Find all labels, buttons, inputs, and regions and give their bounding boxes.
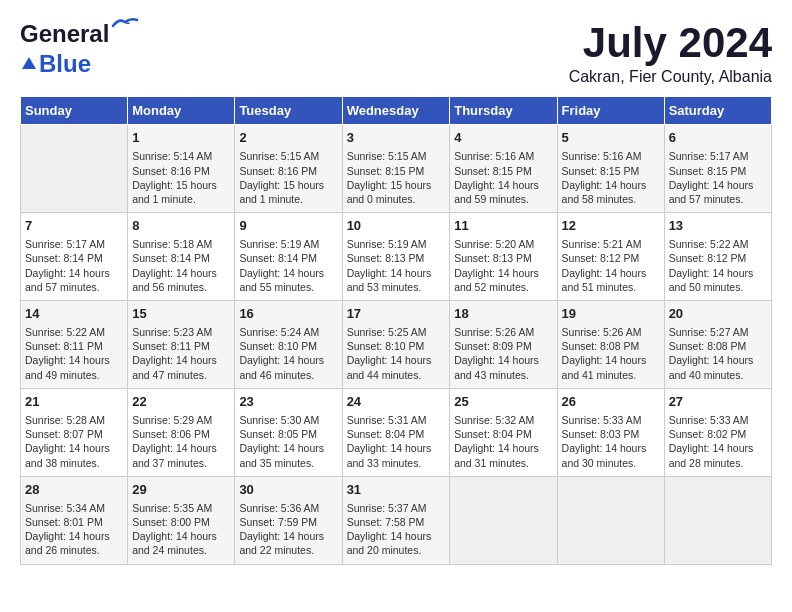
calendar-cell: 10Sunrise: 5:19 AM Sunset: 8:13 PM Dayli… — [342, 213, 450, 301]
calendar-cell: 24Sunrise: 5:31 AM Sunset: 8:04 PM Dayli… — [342, 388, 450, 476]
title-block: July 2024 Cakran, Fier County, Albania — [569, 20, 772, 86]
day-content: Sunrise: 5:21 AM Sunset: 8:12 PM Dayligh… — [562, 237, 660, 294]
calendar-cell — [21, 125, 128, 213]
day-content: Sunrise: 5:30 AM Sunset: 8:05 PM Dayligh… — [239, 413, 337, 470]
day-number: 3 — [347, 129, 446, 147]
calendar-cell: 2Sunrise: 5:15 AM Sunset: 8:16 PM Daylig… — [235, 125, 342, 213]
calendar-header-row: SundayMondayTuesdayWednesdayThursdayFrid… — [21, 97, 772, 125]
calendar-table: SundayMondayTuesdayWednesdayThursdayFrid… — [20, 96, 772, 564]
calendar-cell: 17Sunrise: 5:25 AM Sunset: 8:10 PM Dayli… — [342, 300, 450, 388]
calendar-cell: 31Sunrise: 5:37 AM Sunset: 7:58 PM Dayli… — [342, 476, 450, 564]
day-number: 1 — [132, 129, 230, 147]
day-number: 20 — [669, 305, 767, 323]
calendar-cell: 4Sunrise: 5:16 AM Sunset: 8:15 PM Daylig… — [450, 125, 557, 213]
day-number: 6 — [669, 129, 767, 147]
day-content: Sunrise: 5:22 AM Sunset: 8:12 PM Dayligh… — [669, 237, 767, 294]
calendar-cell: 28Sunrise: 5:34 AM Sunset: 8:01 PM Dayli… — [21, 476, 128, 564]
calendar-cell: 22Sunrise: 5:29 AM Sunset: 8:06 PM Dayli… — [128, 388, 235, 476]
calendar-cell: 27Sunrise: 5:33 AM Sunset: 8:02 PM Dayli… — [664, 388, 771, 476]
day-content: Sunrise: 5:33 AM Sunset: 8:03 PM Dayligh… — [562, 413, 660, 470]
calendar-cell: 23Sunrise: 5:30 AM Sunset: 8:05 PM Dayli… — [235, 388, 342, 476]
calendar-cell: 7Sunrise: 5:17 AM Sunset: 8:14 PM Daylig… — [21, 213, 128, 301]
calendar-cell — [557, 476, 664, 564]
day-number: 4 — [454, 129, 552, 147]
day-content: Sunrise: 5:31 AM Sunset: 8:04 PM Dayligh… — [347, 413, 446, 470]
day-content: Sunrise: 5:25 AM Sunset: 8:10 PM Dayligh… — [347, 325, 446, 382]
calendar-cell — [450, 476, 557, 564]
day-content: Sunrise: 5:29 AM Sunset: 8:06 PM Dayligh… — [132, 413, 230, 470]
calendar-cell — [664, 476, 771, 564]
logo-general: General — [20, 20, 109, 47]
day-content: Sunrise: 5:22 AM Sunset: 8:11 PM Dayligh… — [25, 325, 123, 382]
day-content: Sunrise: 5:20 AM Sunset: 8:13 PM Dayligh… — [454, 237, 552, 294]
day-content: Sunrise: 5:19 AM Sunset: 8:14 PM Dayligh… — [239, 237, 337, 294]
calendar-cell: 1Sunrise: 5:14 AM Sunset: 8:16 PM Daylig… — [128, 125, 235, 213]
calendar-cell: 20Sunrise: 5:27 AM Sunset: 8:08 PM Dayli… — [664, 300, 771, 388]
day-content: Sunrise: 5:35 AM Sunset: 8:00 PM Dayligh… — [132, 501, 230, 558]
day-content: Sunrise: 5:36 AM Sunset: 7:59 PM Dayligh… — [239, 501, 337, 558]
day-number: 31 — [347, 481, 446, 499]
day-number: 17 — [347, 305, 446, 323]
day-content: Sunrise: 5:17 AM Sunset: 8:14 PM Dayligh… — [25, 237, 123, 294]
day-number: 5 — [562, 129, 660, 147]
month-title: July 2024 — [569, 20, 772, 66]
logo-icon — [20, 55, 38, 73]
calendar-cell: 18Sunrise: 5:26 AM Sunset: 8:09 PM Dayli… — [450, 300, 557, 388]
day-number: 22 — [132, 393, 230, 411]
col-header-tuesday: Tuesday — [235, 97, 342, 125]
col-header-thursday: Thursday — [450, 97, 557, 125]
calendar-cell: 29Sunrise: 5:35 AM Sunset: 8:00 PM Dayli… — [128, 476, 235, 564]
calendar-cell: 13Sunrise: 5:22 AM Sunset: 8:12 PM Dayli… — [664, 213, 771, 301]
day-content: Sunrise: 5:15 AM Sunset: 8:16 PM Dayligh… — [239, 149, 337, 206]
svg-marker-0 — [22, 57, 36, 69]
calendar-week-3: 14Sunrise: 5:22 AM Sunset: 8:11 PM Dayli… — [21, 300, 772, 388]
day-content: Sunrise: 5:16 AM Sunset: 8:15 PM Dayligh… — [562, 149, 660, 206]
day-number: 10 — [347, 217, 446, 235]
day-content: Sunrise: 5:28 AM Sunset: 8:07 PM Dayligh… — [25, 413, 123, 470]
location: Cakran, Fier County, Albania — [569, 68, 772, 86]
logo-bird-icon — [111, 16, 139, 32]
calendar-cell: 5Sunrise: 5:16 AM Sunset: 8:15 PM Daylig… — [557, 125, 664, 213]
day-number: 23 — [239, 393, 337, 411]
day-content: Sunrise: 5:32 AM Sunset: 8:04 PM Dayligh… — [454, 413, 552, 470]
day-number: 9 — [239, 217, 337, 235]
col-header-friday: Friday — [557, 97, 664, 125]
day-number: 24 — [347, 393, 446, 411]
calendar-cell: 6Sunrise: 5:17 AM Sunset: 8:15 PM Daylig… — [664, 125, 771, 213]
day-content: Sunrise: 5:17 AM Sunset: 8:15 PM Dayligh… — [669, 149, 767, 206]
day-number: 12 — [562, 217, 660, 235]
calendar-cell: 11Sunrise: 5:20 AM Sunset: 8:13 PM Dayli… — [450, 213, 557, 301]
day-number: 7 — [25, 217, 123, 235]
calendar-cell: 16Sunrise: 5:24 AM Sunset: 8:10 PM Dayli… — [235, 300, 342, 388]
day-number: 8 — [132, 217, 230, 235]
day-content: Sunrise: 5:19 AM Sunset: 8:13 PM Dayligh… — [347, 237, 446, 294]
day-number: 27 — [669, 393, 767, 411]
day-content: Sunrise: 5:37 AM Sunset: 7:58 PM Dayligh… — [347, 501, 446, 558]
col-header-monday: Monday — [128, 97, 235, 125]
calendar-week-5: 28Sunrise: 5:34 AM Sunset: 8:01 PM Dayli… — [21, 476, 772, 564]
calendar-cell: 26Sunrise: 5:33 AM Sunset: 8:03 PM Dayli… — [557, 388, 664, 476]
day-number: 25 — [454, 393, 552, 411]
page-header: General Blue July 2024 Cakran, Fier Coun… — [20, 20, 772, 86]
day-number: 16 — [239, 305, 337, 323]
day-content: Sunrise: 5:18 AM Sunset: 8:14 PM Dayligh… — [132, 237, 230, 294]
day-number: 13 — [669, 217, 767, 235]
day-content: Sunrise: 5:23 AM Sunset: 8:11 PM Dayligh… — [132, 325, 230, 382]
day-number: 26 — [562, 393, 660, 411]
logo-blue: Blue — [39, 50, 91, 78]
calendar-cell: 14Sunrise: 5:22 AM Sunset: 8:11 PM Dayli… — [21, 300, 128, 388]
logo: General Blue — [20, 20, 109, 78]
day-content: Sunrise: 5:26 AM Sunset: 8:08 PM Dayligh… — [562, 325, 660, 382]
calendar-cell: 12Sunrise: 5:21 AM Sunset: 8:12 PM Dayli… — [557, 213, 664, 301]
day-content: Sunrise: 5:24 AM Sunset: 8:10 PM Dayligh… — [239, 325, 337, 382]
day-number: 19 — [562, 305, 660, 323]
day-content: Sunrise: 5:34 AM Sunset: 8:01 PM Dayligh… — [25, 501, 123, 558]
calendar-cell: 19Sunrise: 5:26 AM Sunset: 8:08 PM Dayli… — [557, 300, 664, 388]
day-content: Sunrise: 5:33 AM Sunset: 8:02 PM Dayligh… — [669, 413, 767, 470]
day-number: 29 — [132, 481, 230, 499]
day-number: 30 — [239, 481, 337, 499]
calendar-cell: 9Sunrise: 5:19 AM Sunset: 8:14 PM Daylig… — [235, 213, 342, 301]
day-content: Sunrise: 5:14 AM Sunset: 8:16 PM Dayligh… — [132, 149, 230, 206]
day-content: Sunrise: 5:27 AM Sunset: 8:08 PM Dayligh… — [669, 325, 767, 382]
calendar-week-2: 7Sunrise: 5:17 AM Sunset: 8:14 PM Daylig… — [21, 213, 772, 301]
